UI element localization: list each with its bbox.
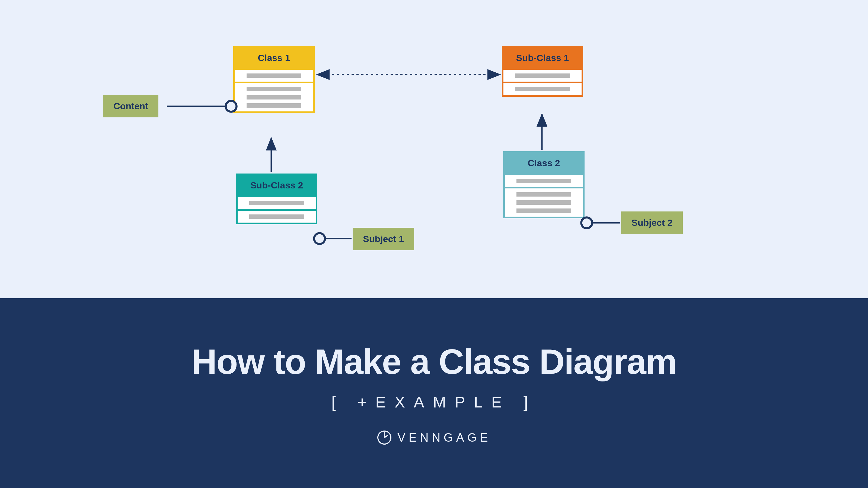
brand: VENNGAGE [377,430,491,445]
brand-clock-icon [377,430,392,445]
brand-label: VENNGAGE [397,431,491,444]
diagram-canvas: Class 1 Sub-Class 2 Sub-Class 1 Class 2 [0,0,868,298]
page-subtitle: [ +EXAMPLE ] [332,393,536,411]
title-panel: How to Make a Class Diagram [ +EXAMPLE ]… [0,298,868,488]
page-title: How to Make a Class Diagram [191,341,677,382]
connectors-svg [0,0,868,298]
